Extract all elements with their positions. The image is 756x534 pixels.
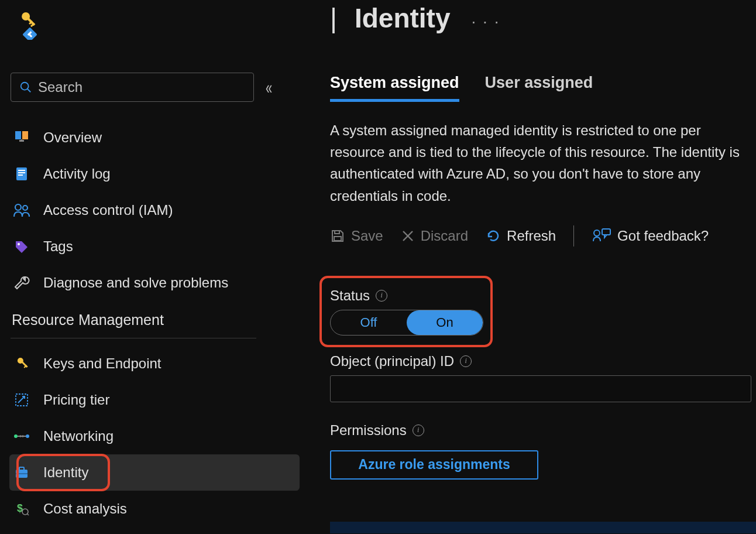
svg-point-28	[22, 435, 24, 437]
svg-rect-10	[22, 131, 28, 139]
search-icon	[19, 81, 32, 94]
sidebar-item-label: Activity log	[43, 166, 111, 182]
object-id-section: Object (principal) ID i	[330, 353, 756, 402]
svg-point-18	[23, 206, 28, 210]
svg-point-19	[18, 243, 20, 245]
svg-rect-9	[15, 131, 21, 139]
feedback-icon	[592, 227, 611, 245]
sidebar-item-pricing[interactable]: Pricing tier	[11, 382, 288, 418]
svg-point-27	[19, 435, 22, 437]
svg-point-7	[21, 83, 29, 90]
bottom-bar	[330, 522, 756, 533]
more-icon[interactable]: · · ·	[472, 12, 500, 31]
sidebar-item-label: Tags	[43, 238, 73, 255]
svg-point-24	[14, 434, 18, 438]
page-title: Identity	[355, 2, 451, 34]
svg-point-25	[26, 434, 29, 438]
svg-rect-36	[334, 237, 341, 241]
key-icon	[13, 355, 30, 372]
main-content: | Identity · · · System assigned User as…	[298, 0, 756, 534]
discard-button[interactable]: Discard	[401, 228, 468, 244]
svg-rect-14	[18, 170, 25, 171]
info-icon[interactable]: i	[413, 425, 424, 436]
close-icon	[401, 229, 415, 243]
section-header-resource-mgmt: Resource Management	[11, 312, 288, 328]
pricing-icon	[13, 391, 30, 409]
save-button[interactable]: Save	[330, 228, 383, 244]
status-section: Status i Off On	[330, 287, 506, 336]
info-icon[interactable]: i	[460, 355, 472, 367]
sidebar-item-label: Access control (IAM)	[43, 202, 173, 218]
svg-rect-15	[18, 172, 25, 173]
sidebar: « Overview Activity log Access control (…	[0, 0, 298, 534]
svg-rect-13	[16, 167, 27, 180]
svg-rect-40	[602, 229, 610, 235]
title-pipe: |	[330, 2, 337, 34]
sidebar-item-diagnose[interactable]: Diagnose and solve problems	[11, 265, 288, 301]
refresh-button[interactable]: Refresh	[486, 228, 556, 244]
people-icon	[13, 201, 30, 219]
svg-rect-16	[18, 174, 23, 176]
sidebar-item-label: Overview	[43, 129, 102, 146]
svg-line-34	[27, 514, 29, 515]
overview-icon	[13, 129, 30, 146]
tag-icon	[13, 238, 30, 255]
highlight-annotation	[16, 454, 110, 491]
divider	[573, 225, 574, 247]
sidebar-item-label: Keys and Endpoint	[43, 355, 161, 372]
description-text: A system assigned managed identity is re…	[330, 119, 756, 207]
cost-icon: $	[13, 500, 30, 518]
sidebar-item-label: Networking	[43, 428, 114, 444]
collapse-sidebar-icon[interactable]: «	[266, 77, 272, 98]
sidebar-item-access-control[interactable]: Access control (IAM)	[11, 192, 288, 228]
sidebar-item-identity[interactable]: Identity	[9, 454, 300, 491]
save-icon	[330, 228, 345, 244]
tabs: System assigned User assigned	[330, 74, 756, 102]
divider	[11, 338, 256, 338]
sidebar-item-label: Diagnose and solve problems	[43, 275, 228, 291]
refresh-icon	[486, 228, 501, 244]
sidebar-item-activity-log[interactable]: Activity log	[11, 156, 288, 192]
sidebar-item-cost[interactable]: $ Cost analysis	[11, 491, 288, 527]
key-logo-icon	[13, 12, 41, 40]
sidebar-item-tags[interactable]: Tags	[11, 228, 288, 265]
page-title-row: | Identity · · ·	[330, 2, 756, 34]
svg-rect-12	[21, 139, 22, 142]
sidebar-item-label: Cost analysis	[43, 501, 127, 517]
object-id-input[interactable]	[330, 375, 751, 402]
network-icon	[13, 427, 30, 445]
toolbar: Save Discard Refresh Got feedback?	[330, 225, 756, 247]
azure-role-assignments-button[interactable]: Azure role assignments	[330, 450, 538, 480]
permissions-label: Permissions	[330, 422, 407, 439]
permissions-section: Permissions i Azure role assignments	[330, 422, 756, 480]
sidebar-item-networking[interactable]: Networking	[11, 418, 288, 454]
svg-rect-35	[335, 231, 339, 234]
wrench-icon	[13, 274, 30, 292]
svg-point-39	[594, 230, 600, 236]
object-id-label: Object (principal) ID	[330, 353, 454, 369]
feedback-button[interactable]: Got feedback?	[592, 227, 709, 245]
tab-user-assigned[interactable]: User assigned	[485, 74, 593, 102]
search-input[interactable]	[11, 73, 254, 102]
sidebar-item-overview[interactable]: Overview	[11, 119, 288, 156]
svg-line-8	[28, 89, 31, 93]
tab-system-assigned[interactable]: System assigned	[330, 74, 459, 102]
sidebar-item-label: Pricing tier	[43, 392, 109, 408]
svg-point-17	[15, 204, 21, 210]
sidebar-item-keys[interactable]: Keys and Endpoint	[11, 345, 288, 382]
highlight-annotation	[319, 276, 493, 347]
log-icon	[13, 165, 30, 183]
